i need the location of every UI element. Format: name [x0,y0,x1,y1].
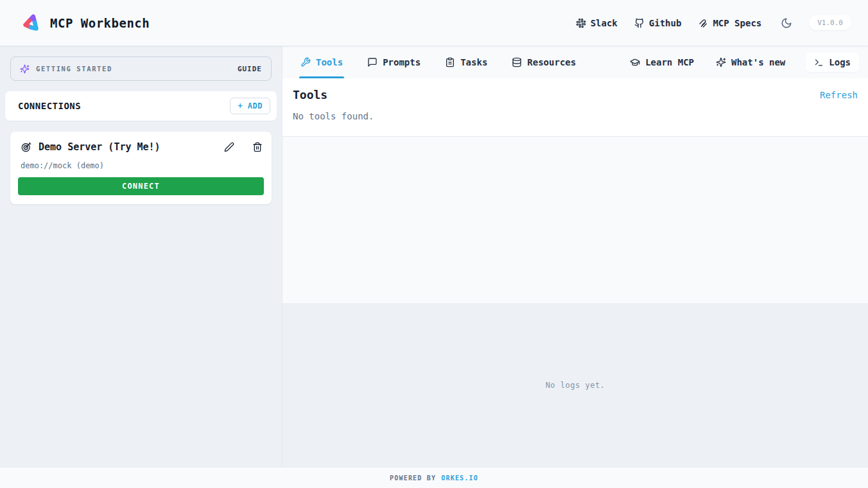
refresh-link[interactable]: Refresh [820,90,858,100]
message-square-icon [367,57,378,67]
tab-prompts[interactable]: Prompts [366,46,422,78]
app-root: MCP Workbench Slack Github MCP Specs [0,0,868,488]
tools-empty-message: No tools found. [293,111,858,121]
sidebar: GETTING STARTED GUIDE CONNECTIONS + ADD … [0,46,282,467]
powered-by-label: POWERED BY [390,475,436,482]
workspace-empty-area [282,137,868,303]
tab-label: Resources [527,57,576,67]
version-badge: V1.0.0 [809,15,851,30]
tab-label: Logs [829,57,851,67]
graduation-cap-icon [630,57,640,67]
main-panel: Tools Prompts Tasks [282,46,868,467]
wrench-icon [300,57,311,67]
terminal-icon [814,58,824,67]
tools-panel-title: Tools [293,88,327,101]
server-card-header: Demo Server (Try Me!) [18,141,264,153]
tab-tasks[interactable]: Tasks [444,46,489,78]
guide-button[interactable]: GUIDE [238,65,262,73]
connections-header: CONNECTIONS + ADD [5,91,277,121]
edit-server-button[interactable] [223,141,236,153]
nav-link-label: MCP Specs [713,18,761,28]
nav-link-slack[interactable]: Slack [576,18,618,28]
tab-label: Prompts [383,57,421,67]
tab-resources[interactable]: Resources [510,46,577,78]
orkes-link[interactable]: ORKES.IO [441,475,478,482]
app-title: MCP Workbench [50,16,150,30]
header: MCP Workbench Slack Github MCP Specs [0,0,868,46]
header-actions: Slack Github MCP Specs V1.0.0 [576,15,851,30]
header-brand: MCP Workbench [22,13,150,33]
nav-link-mcp-specs[interactable]: MCP Specs [698,18,761,28]
trash-icon [252,142,263,152]
tab-learn-mcp[interactable]: Learn MCP [629,57,695,67]
theme-toggle-button[interactable] [781,17,792,29]
tab-logs[interactable]: Logs [806,53,859,72]
tab-label: What's new [731,57,785,67]
getting-started-banner[interactable]: GETTING STARTED GUIDE [10,57,272,81]
github-icon [634,18,645,28]
logs-panel: No logs yet. [282,303,868,467]
tab-bar-right: Learn MCP What's new Logs [629,46,859,78]
footer: POWERED BY ORKES.IO [0,467,868,488]
database-icon [512,57,522,67]
clipboard-icon [445,57,455,67]
server-url: demo://mock (demo) [21,161,264,170]
tab-whats-new[interactable]: What's new [715,57,786,67]
connect-button[interactable]: CONNECT [18,177,264,195]
slack-icon [576,18,586,28]
delete-server-button[interactable] [251,141,264,153]
tab-bar: Tools Prompts Tasks [282,46,868,78]
app-logo-icon [22,13,41,33]
tab-label: Tools [316,57,343,67]
moon-icon [781,17,792,29]
server-card: Demo Server (Try Me!) demo://mock (demo)… [10,132,272,204]
logs-empty-message: No logs yet. [546,381,605,390]
nav-link-label: Slack [591,18,618,28]
server-name: Demo Server (Try Me!) [39,141,216,153]
pencil-icon [224,142,234,152]
sparkles-icon [716,57,726,67]
nav-link-label: Github [649,18,682,28]
target-dart-icon [21,141,32,153]
mcp-specs-icon [698,18,708,28]
tools-panel: Tools Refresh No tools found. [282,78,868,137]
body: GETTING STARTED GUIDE CONNECTIONS + ADD … [0,46,868,467]
sparkles-icon [20,64,30,74]
getting-started-label: GETTING STARTED [36,65,231,73]
tab-label: Tasks [460,57,487,67]
tools-panel-header: Tools Refresh [293,88,858,101]
tab-tools[interactable]: Tools [299,46,344,78]
nav-link-github[interactable]: Github [634,18,682,28]
connections-title: CONNECTIONS [18,101,81,111]
add-connection-button[interactable]: + ADD [230,98,270,114]
tab-label: Learn MCP [645,57,694,67]
